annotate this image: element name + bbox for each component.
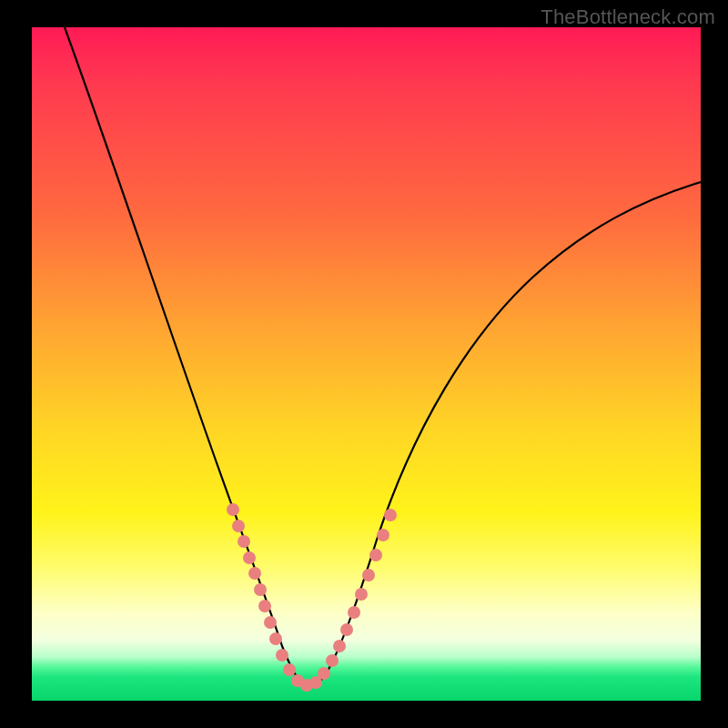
svg-point-7 [264, 616, 277, 629]
plot-area [32, 27, 701, 701]
highlight-dots [227, 503, 397, 692]
svg-point-22 [377, 529, 389, 541]
svg-point-4 [248, 567, 261, 580]
svg-point-2 [238, 535, 250, 548]
chart-frame: TheBottleneck.com [0, 0, 728, 728]
svg-point-10 [283, 663, 296, 676]
svg-point-20 [362, 569, 375, 581]
svg-point-6 [258, 600, 271, 612]
svg-point-23 [384, 509, 397, 521]
svg-point-19 [355, 588, 368, 601]
svg-point-1 [232, 520, 245, 532]
svg-point-17 [340, 623, 353, 636]
svg-point-16 [333, 640, 346, 652]
svg-point-15 [326, 654, 339, 667]
svg-point-14 [318, 667, 330, 680]
svg-point-3 [243, 551, 256, 564]
svg-point-9 [276, 649, 288, 662]
svg-point-21 [369, 549, 382, 561]
svg-point-18 [348, 606, 360, 619]
svg-point-0 [227, 503, 239, 516]
curve-svg [32, 27, 701, 701]
bottleneck-curve [65, 27, 701, 686]
svg-point-8 [269, 632, 282, 645]
svg-point-5 [254, 583, 267, 596]
watermark-text: TheBottleneck.com [541, 5, 715, 29]
